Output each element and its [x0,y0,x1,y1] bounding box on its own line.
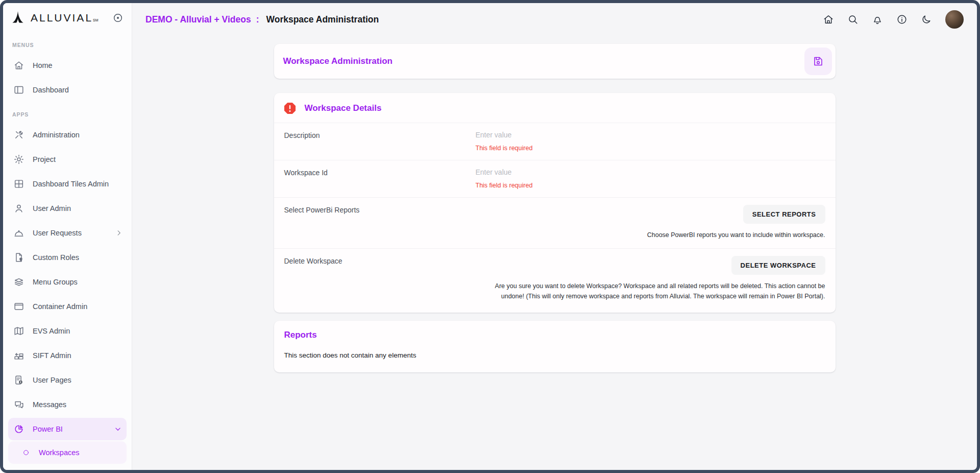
sidebar-header: ALLUVIALSM [3,3,132,33]
home-icon[interactable] [823,14,834,25]
home-icon [13,60,24,71]
field-label: Description [284,130,476,152]
tools-icon [13,129,24,140]
sidebar-subitem-workspaces[interactable]: Workspaces [8,441,127,464]
field-label: Select PowerBi Reports [284,205,476,240]
workspace-administration-card: Workspace Administration [274,44,836,79]
select-reports-button[interactable]: SELECT REPORTS [743,205,825,224]
sidebar-item-label: EVS Admin [33,327,70,335]
sidebar-item-dashboard[interactable]: Dashboard [3,78,132,102]
workspace-id-input[interactable] [476,168,825,176]
logo-trademark: SM [93,18,99,22]
sidebar-item-label: Home [33,61,53,69]
save-icon [812,55,824,67]
sidebar-item-project[interactable]: Project [3,147,132,172]
sidebar-item-label: User Admin [33,204,71,212]
main-area: DEMO - Alluvial + Videos : Workspace Adm… [132,3,977,470]
sidebar-item-label: Dashboard [33,86,69,94]
chevron-down-icon [113,424,122,434]
sidebar-item-label: User Pages [33,376,71,384]
card-title: Workspace Details [305,103,382,113]
circle-icon [22,449,30,456]
sidebar-item-label: Menu Groups [33,278,78,286]
document-info-icon [13,374,24,386]
save-button[interactable] [804,48,832,75]
sidebar-item-label: User Requests [33,229,82,237]
sidebar-item-label: Power BI [33,425,63,433]
sidebar-item-container-admin[interactable]: Container Admin [3,294,132,319]
field-error: This field is required [476,145,825,152]
sidebar-item-label: Messages [33,400,66,409]
breadcrumb-separator: : [256,14,259,25]
sidebar-item-user-admin[interactable]: User Admin [3,196,132,221]
chat-icon [13,399,24,410]
bell-icon[interactable] [872,14,883,25]
sidebar: ALLUVIALSM MENUS Home Dashboard APPS [3,3,132,470]
top-bar: DEMO - Alluvial + Videos : Workspace Adm… [132,3,977,36]
bricks-arrow-icon [13,350,24,361]
user-icon [13,203,24,214]
sidebar-item-label: Dashboard Tiles Admin [33,180,109,188]
field-error: This field is required [476,182,825,189]
description-input[interactable] [476,131,825,139]
field-help: Choose PowerBI reports you want to inclu… [476,230,825,240]
sidebar-item-label: SIFT Admin [33,351,71,360]
sidebar-item-label: Custom Roles [33,253,79,262]
logo-text: ALLUVIALSM [31,12,99,24]
sidebar-item-user-requests[interactable]: User Requests [3,221,132,245]
search-icon[interactable] [847,14,859,25]
sidebar-subitem-reports[interactable]: Reports [8,465,127,470]
sidebar-item-menu-groups[interactable]: Menu Groups [3,270,132,294]
layers-icon [13,276,24,288]
sidebar-item-administration[interactable]: Administration [3,123,132,147]
breadcrumb: DEMO - Alluvial + Videos : Workspace Adm… [145,14,379,25]
sidebar-item-sift-admin[interactable]: SIFT Admin [3,343,132,368]
alluvial-logo-icon [10,10,26,26]
sidebar-item-messages[interactable]: Messages [3,392,132,417]
info-icon[interactable] [896,14,908,25]
delete-workspace-button[interactable]: DELETE WORKSPACE [731,256,825,275]
page-title: Workspace Administration [266,14,379,25]
detail-row-description: Description This field is required [274,123,836,160]
split-window-icon [13,84,24,96]
workspace-details-card: Workspace Details Description This field… [274,93,836,313]
section-label-menus: MENUS [3,37,132,53]
sidebar-item-label: Administration [33,131,80,139]
card-title: Workspace Administration [283,56,804,66]
sidebar-item-dashboard-tiles-admin[interactable]: Dashboard Tiles Admin [3,172,132,196]
target-icon[interactable] [112,12,124,23]
page-content: Workspace Administration Workspace Detai… [132,36,977,470]
chevron-right-icon [114,228,124,238]
sidebar-item-label: Project [33,155,56,163]
grid-icon [13,178,24,190]
cloche-icon [13,227,24,239]
detail-row-select-reports: Select PowerBi Reports SELECT REPORTS Ch… [274,197,836,248]
app-window: ALLUVIALSM MENUS Home Dashboard APPS [0,0,980,473]
browser-icon [13,301,24,312]
sidebar-item-power-bi[interactable]: Power BI [8,418,127,440]
detail-row-workspace-id: Workspace Id This field is required [274,160,836,197]
sidebar-item-user-pages[interactable]: User Pages [3,368,132,392]
field-label: Workspace Id [284,168,476,189]
map-icon [13,325,24,337]
moon-icon[interactable] [921,14,932,25]
card-title: Reports [284,330,825,340]
sidebar-item-custom-roles[interactable]: Custom Roles [3,245,132,270]
reports-card: Reports This section does not contain an… [274,321,836,372]
pie-chart-icon [13,423,24,435]
section-label-apps: APPS [3,106,132,123]
avatar[interactable] [945,10,964,29]
document-shield-icon [13,252,24,263]
gear-icon [13,154,24,165]
sidebar-item-label: Container Admin [33,302,87,311]
alert-octagon-icon [283,102,297,115]
top-icons [823,10,964,29]
detail-row-delete-workspace: Delete Workspace DELETE WORKSPACE Are yo… [274,248,836,313]
sidebar-item-evs-admin[interactable]: EVS Admin [3,319,132,343]
breadcrumb-context[interactable]: DEMO - Alluvial + Videos [145,14,251,25]
sidebar-nav: MENUS Home Dashboard APPS Administration [3,33,132,470]
field-label: Delete Workspace [284,256,476,301]
sidebar-item-label: Workspaces [39,448,80,457]
empty-state-text: This section does not contain any elemen… [284,351,825,359]
sidebar-item-home[interactable]: Home [3,53,132,78]
